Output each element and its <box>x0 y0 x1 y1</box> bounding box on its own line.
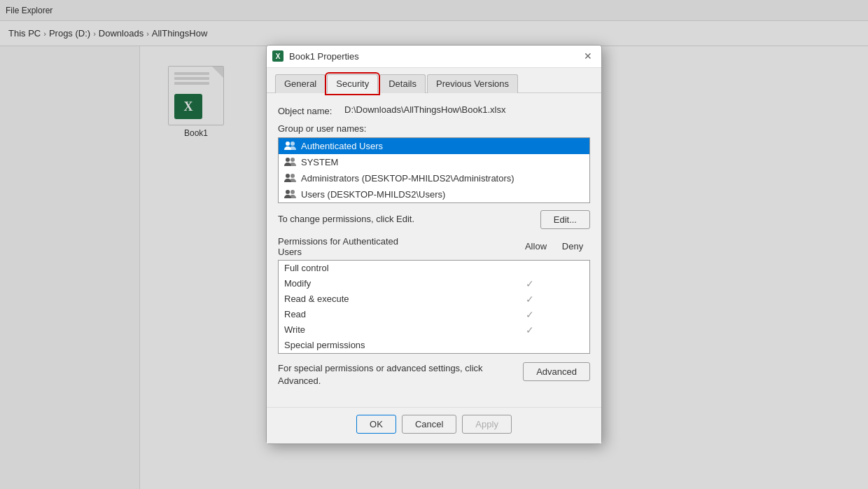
dialog-close-button[interactable]: ✕ <box>580 48 596 64</box>
advanced-area: For special permissions or advanced sett… <box>278 362 590 387</box>
perm-row-write: Write ✓ <box>279 322 589 338</box>
tab-security[interactable]: Security <box>327 74 378 93</box>
dialog-title-text: Book1 Properties <box>289 51 575 62</box>
user-name-system: SYSTEM <box>301 157 338 167</box>
advanced-info-text: For special permissions or advanced sett… <box>278 362 514 387</box>
svg-point-3 <box>290 158 295 162</box>
user-name-authenticated: Authenticated Users <box>301 141 383 151</box>
properties-dialog: X Book1 Properties ✕ General Security De… <box>266 45 602 444</box>
perm-allow-read: ✓ <box>510 309 549 320</box>
perm-row-readexecute: Read & execute ✓ <box>279 291 589 307</box>
object-name-value: D:\Downloads\AllThingsHow\Book1.xlsx <box>344 104 505 115</box>
apply-button[interactable]: Apply <box>462 415 512 434</box>
perm-name-special: Special permissions <box>284 340 510 350</box>
modal-overlay: X Book1 Properties ✕ General Security De… <box>0 0 868 489</box>
svg-point-4 <box>286 174 290 178</box>
dialog-body: Object name: D:\Downloads\AllThingsHow\B… <box>267 93 601 407</box>
tab-details[interactable]: Details <box>379 74 426 93</box>
svg-point-7 <box>290 190 295 194</box>
object-name-label: Object name: <box>278 104 344 116</box>
cancel-button[interactable]: Cancel <box>402 415 456 434</box>
user-item-authenticated[interactable]: Authenticated Users <box>279 138 589 154</box>
ok-button[interactable]: OK <box>356 415 396 434</box>
user-item-system[interactable]: SYSTEM <box>279 154 589 170</box>
user-item-administrators[interactable]: Administrators (DESKTOP-MHILDS2\Administ… <box>279 170 589 186</box>
user-icon-users <box>284 189 297 199</box>
dialog-titlebar: X Book1 Properties ✕ <box>267 46 601 68</box>
deny-column-header: Deny <box>555 241 590 252</box>
user-name-administrators: Administrators (DESKTOP-MHILDS2\Administ… <box>301 173 514 184</box>
group-section-label: Group or user names: <box>278 123 590 134</box>
perm-row-modify: Modify ✓ <box>279 276 589 291</box>
svg-point-6 <box>286 190 290 194</box>
perm-name-read: Read <box>284 309 510 319</box>
perm-row-special: Special permissions <box>279 338 589 353</box>
svg-point-1 <box>290 142 295 146</box>
advanced-button[interactable]: Advanced <box>523 362 590 381</box>
permissions-label: Permissions for Authenticated Users <box>278 236 517 257</box>
dialog-title-icon: X <box>272 50 284 62</box>
object-name-row: Object name: D:\Downloads\AllThingsHow\B… <box>278 104 590 116</box>
permissions-table: Full control Modify ✓ Read & execute ✓ <box>278 260 590 354</box>
dialog-footer: OK Cancel Apply <box>267 407 601 443</box>
perm-name-write: Write <box>284 324 510 335</box>
user-name-users: Users (DESKTOP-MHILDS2\Users) <box>301 189 445 200</box>
allow-column-header: Allow <box>517 241 555 252</box>
perm-row-read: Read ✓ <box>279 307 589 322</box>
perm-name-fullcontrol: Full control <box>284 263 510 273</box>
tab-general[interactable]: General <box>275 74 326 93</box>
user-icon-system <box>284 157 297 167</box>
perm-allow-modify: ✓ <box>510 278 549 289</box>
perm-allow-write: ✓ <box>510 324 549 336</box>
change-permissions-text: To change permissions, click Edit. <box>278 213 532 226</box>
svg-point-0 <box>286 142 290 146</box>
svg-point-2 <box>286 158 290 162</box>
user-item-users[interactable]: Users (DESKTOP-MHILDS2\Users) <box>279 186 589 202</box>
dialog-tabs: General Security Details Previous Versio… <box>267 68 601 93</box>
perm-row-fullcontrol: Full control <box>279 261 589 276</box>
user-icon-administrators <box>284 173 297 183</box>
user-icon-authenticated <box>284 141 297 151</box>
perm-allow-readexecute: ✓ <box>510 294 549 305</box>
permissions-area: Permissions for Authenticated Users Allo… <box>278 236 590 354</box>
svg-point-5 <box>290 174 295 178</box>
tab-previous-versions[interactable]: Previous Versions <box>427 74 518 93</box>
permissions-header: Permissions for Authenticated Users Allo… <box>278 236 590 257</box>
perm-name-readexecute: Read & execute <box>284 294 510 304</box>
perm-name-modify: Modify <box>284 278 510 289</box>
edit-button[interactable]: Edit... <box>540 210 590 229</box>
users-list: Authenticated Users SYSTEM <box>278 137 590 203</box>
